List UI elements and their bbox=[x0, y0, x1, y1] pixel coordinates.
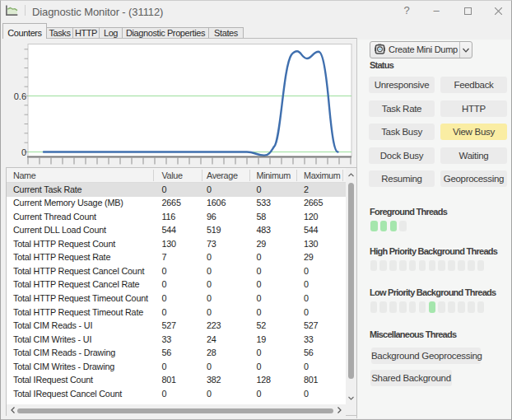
svg-text:0.6: 0.6 bbox=[14, 91, 26, 101]
svg-text:0: 0 bbox=[21, 147, 26, 157]
